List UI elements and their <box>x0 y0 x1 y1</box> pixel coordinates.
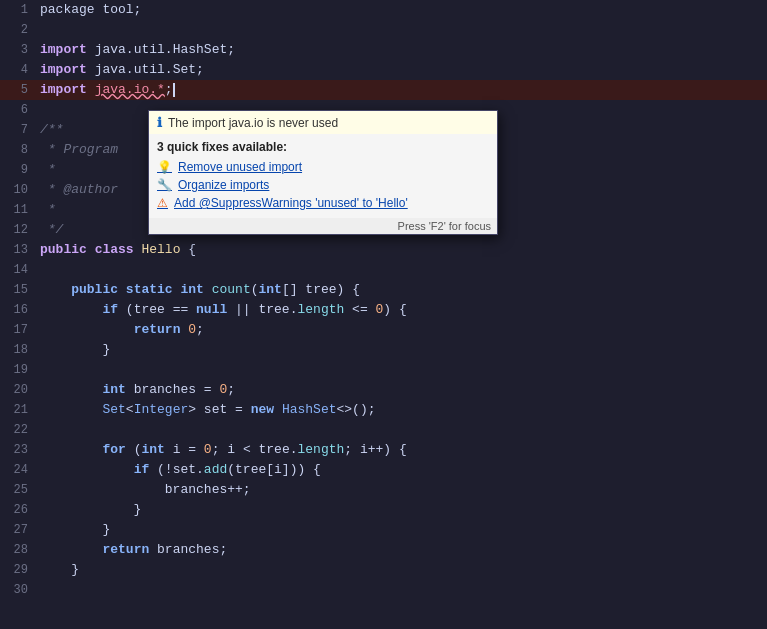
line-number-15: 15 <box>0 280 36 300</box>
code-line-22: 22 <box>0 420 767 440</box>
code-line-1: 1package tool; <box>0 0 767 20</box>
line-number-3: 3 <box>0 40 36 60</box>
code-line-29: 29 } <box>0 560 767 580</box>
fix-label-0[interactable]: Remove unused import <box>178 160 302 174</box>
code-line-14: 14 <box>0 260 767 280</box>
quickfix-popup[interactable]: ℹ The import java.io is never used 3 qui… <box>148 110 498 235</box>
green-icon-1: 🔧 <box>157 178 172 192</box>
code-line-4: 4import java.util.Set; <box>0 60 767 80</box>
line-content-24: if (!set.add(tree[i])) { <box>36 460 767 480</box>
popup-header-text: The import java.io is never used <box>168 116 338 130</box>
line-number-20: 20 <box>0 380 36 400</box>
bulb-icon-0: 💡 <box>157 160 172 174</box>
line-number-29: 29 <box>0 560 36 580</box>
line-content-17: return 0; <box>36 320 767 340</box>
fix-item-0[interactable]: 💡 Remove unused import <box>157 158 489 176</box>
line-number-2: 2 <box>0 20 36 40</box>
line-number-5: 5 <box>0 80 36 100</box>
line-number-12: 12 <box>0 220 36 240</box>
line-content-20: int branches = 0; <box>36 380 767 400</box>
code-line-25: 25 branches++; <box>0 480 767 500</box>
text-cursor <box>173 83 175 97</box>
line-content-16: if (tree == null || tree.length <= 0) { <box>36 300 767 320</box>
popup-title: 3 quick fixes available: <box>157 140 489 154</box>
code-line-18: 18 } <box>0 340 767 360</box>
line-content-13: public class Hello { <box>36 240 767 260</box>
code-line-20: 20 int branches = 0; <box>0 380 767 400</box>
line-content-29: } <box>36 560 767 580</box>
line-number-27: 27 <box>0 520 36 540</box>
code-line-24: 24 if (!set.add(tree[i])) { <box>0 460 767 480</box>
popup-body: 3 quick fixes available: 💡 Remove unused… <box>149 134 497 218</box>
line-number-25: 25 <box>0 480 36 500</box>
line-number-8: 8 <box>0 140 36 160</box>
code-line-15: 15 public static int count(int[] tree) { <box>0 280 767 300</box>
line-number-14: 14 <box>0 260 36 280</box>
code-line-3: 3import java.util.HashSet; <box>0 40 767 60</box>
info-icon: ℹ <box>157 115 162 130</box>
fix-item-1[interactable]: 🔧 Organize imports <box>157 176 489 194</box>
line-content-25: branches++; <box>36 480 767 500</box>
code-line-28: 28 return branches; <box>0 540 767 560</box>
code-line-13: 13public class Hello { <box>0 240 767 260</box>
code-line-19: 19 <box>0 360 767 380</box>
line-number-21: 21 <box>0 400 36 420</box>
code-line-30: 30 <box>0 580 767 600</box>
line-number-18: 18 <box>0 340 36 360</box>
line-number-4: 4 <box>0 60 36 80</box>
line-number-17: 17 <box>0 320 36 340</box>
line-content-4: import java.util.Set; <box>36 60 767 80</box>
line-number-16: 16 <box>0 300 36 320</box>
code-line-21: 21 Set<Integer> set = new HashSet<>(); <box>0 400 767 420</box>
code-line-27: 27 } <box>0 520 767 540</box>
code-editor: 1package tool;23import java.util.HashSet… <box>0 0 767 629</box>
line-number-7: 7 <box>0 120 36 140</box>
fix-label-1[interactable]: Organize imports <box>178 178 269 192</box>
line-content-5: import java.io.*; <box>36 80 767 100</box>
code-line-26: 26 } <box>0 500 767 520</box>
line-content-26: } <box>36 500 767 520</box>
line-content-23: for (int i = 0; i < tree.length; i++) { <box>36 440 767 460</box>
line-number-1: 1 <box>0 0 36 20</box>
code-line-17: 17 return 0; <box>0 320 767 340</box>
line-number-6: 6 <box>0 100 36 120</box>
line-number-26: 26 <box>0 500 36 520</box>
line-content-21: Set<Integer> set = new HashSet<>(); <box>36 400 767 420</box>
line-number-13: 13 <box>0 240 36 260</box>
line-number-22: 22 <box>0 420 36 440</box>
line-number-23: 23 <box>0 440 36 460</box>
code-line-23: 23 for (int i = 0; i < tree.length; i++)… <box>0 440 767 460</box>
line-number-28: 28 <box>0 540 36 560</box>
line-content-27: } <box>36 520 767 540</box>
line-content-28: return branches; <box>36 540 767 560</box>
code-lines: 1package tool;23import java.util.HashSet… <box>0 0 767 600</box>
popup-header: ℹ The import java.io is never used <box>149 111 497 134</box>
code-line-5: 5import java.io.*; <box>0 80 767 100</box>
fix-label-2[interactable]: Add @SuppressWarnings 'unused' to 'Hello… <box>174 196 408 210</box>
orange-icon-2: ⚠ <box>157 196 168 210</box>
line-number-30: 30 <box>0 580 36 600</box>
fix-item-2[interactable]: ⚠ Add @SuppressWarnings 'unused' to 'Hel… <box>157 194 489 212</box>
code-line-2: 2 <box>0 20 767 40</box>
line-content-18: } <box>36 340 767 360</box>
line-number-10: 10 <box>0 180 36 200</box>
line-number-9: 9 <box>0 160 36 180</box>
code-line-16: 16 if (tree == null || tree.length <= 0)… <box>0 300 767 320</box>
line-content-15: public static int count(int[] tree) { <box>36 280 767 300</box>
line-content-3: import java.util.HashSet; <box>36 40 767 60</box>
line-number-19: 19 <box>0 360 36 380</box>
line-number-24: 24 <box>0 460 36 480</box>
line-number-11: 11 <box>0 200 36 220</box>
popup-footer: Press 'F2' for focus <box>149 218 497 234</box>
line-content-1: package tool; <box>36 0 767 20</box>
